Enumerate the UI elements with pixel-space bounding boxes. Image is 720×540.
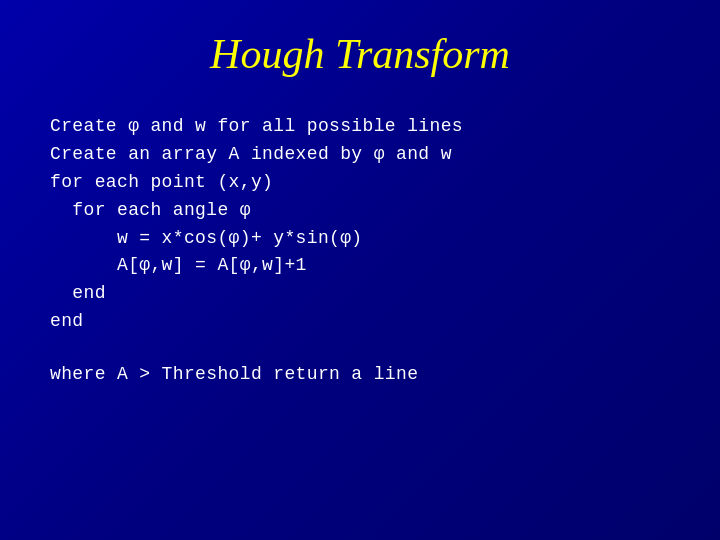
code-block: Create φ and w for all possible lines Cr…: [50, 113, 670, 336]
where-line: where A > Threshold return a line: [50, 361, 670, 389]
code-line-1: Create φ and w for all possible lines: [50, 113, 670, 141]
slide-title: Hough Transform: [50, 30, 670, 78]
code-line-7: end: [50, 280, 670, 308]
code-line-2: Create an array A indexed by φ and w: [50, 141, 670, 169]
code-line-4: for each angle φ: [50, 197, 670, 225]
spacer: [50, 336, 670, 361]
code-line-3: for each point (x,y): [50, 169, 670, 197]
code-line-5: w = x*cos(φ)+ y*sin(φ): [50, 225, 670, 253]
slide: Hough Transform Create φ and w for all p…: [0, 0, 720, 540]
code-line-8: end: [50, 308, 670, 336]
code-line-6: A[φ,w] = A[φ,w]+1: [50, 252, 670, 280]
